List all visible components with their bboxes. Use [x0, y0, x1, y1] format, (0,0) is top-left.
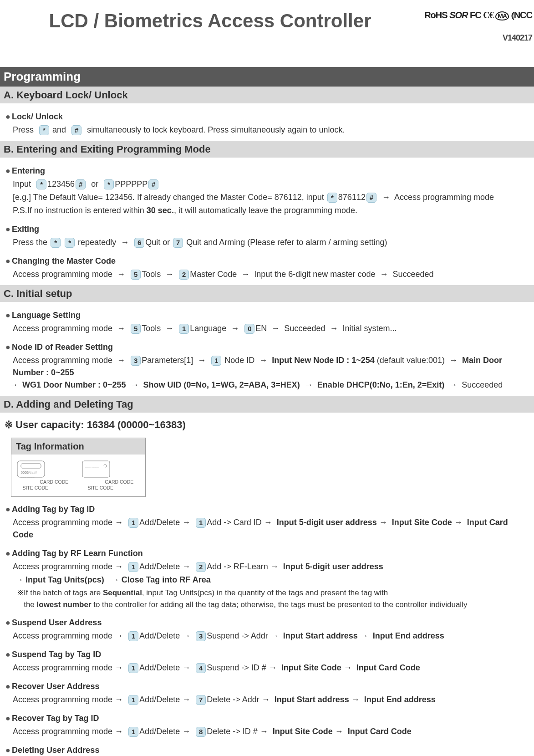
- svg-text:⎯⎯⎯ ⎯⎯⎯⎯: ⎯⎯⎯ ⎯⎯⎯⎯: [21, 475, 35, 478]
- key-7: 7: [196, 695, 206, 705]
- section-a: A. Keyboard Lock/ Unlock: [0, 87, 534, 103]
- key-1: 1: [128, 695, 138, 705]
- d-suspend-id-line: Access programming mode→ 1Add/Delete→ 4S…: [13, 662, 529, 674]
- key-star: *: [65, 238, 75, 248]
- key-0: 0: [244, 324, 254, 334]
- key-star: *: [327, 193, 337, 203]
- d-add-by-rf: Adding Tag by RF Learn Function: [12, 547, 143, 560]
- arrow-icon: →: [449, 380, 457, 389]
- d-add-by-rf-line2: →Input Tag Units(pcs) →Close Tag into RF…: [13, 574, 529, 586]
- arrow-icon: →: [10, 380, 18, 389]
- b-changing-line: Access programming mode → 5Tools → 2Mast…: [13, 268, 529, 281]
- key-6: 6: [134, 238, 144, 248]
- arrow-icon: →: [330, 324, 338, 333]
- section-programming: Programming: [0, 67, 534, 87]
- tag-card-left: 0000##### ⎯⎯⎯ ⎯⎯⎯⎯ CARD CODE SITE CODE: [15, 460, 77, 490]
- arrow-icon: →: [241, 270, 249, 279]
- d-deleting-addr: Deleting User Address: [12, 744, 99, 756]
- c-node-line1: Access programming mode → 3Parameters[1]…: [13, 354, 529, 379]
- arrow-icon: →: [131, 380, 139, 389]
- arrow-icon: →: [305, 380, 313, 389]
- d-suspend-id: Suspend Tag by Tag ID: [12, 649, 101, 661]
- bullet-icon: ●: [5, 341, 12, 353]
- key-7: 7: [173, 238, 183, 248]
- d-add-by-rf-line: Access programming mode→ 1Add/Delete→ 2A…: [13, 561, 529, 573]
- key-star: *: [104, 179, 114, 189]
- bullet-icon: ●: [5, 744, 12, 756]
- bullet-icon: ●: [5, 617, 12, 629]
- d-recover-id-line: Access programming mode→ 1Add/Delete→ 8D…: [13, 725, 529, 738]
- d-rf-note: ※If the batch of tags are Sequential, in…: [17, 587, 529, 610]
- b-changing: Changing the Master Code: [12, 255, 116, 267]
- key-1: 1: [128, 663, 138, 673]
- card-icon: ⎯⎯⎯ ⎯⎯⎯⎯: [81, 460, 113, 478]
- key-2: 2: [179, 270, 189, 280]
- c-lang: Language Setting: [12, 309, 81, 322]
- key-5: 5: [131, 324, 141, 334]
- arrow-icon: →: [121, 238, 129, 247]
- d-suspend-addr: Suspend User Address: [12, 617, 102, 629]
- key-4: 4: [196, 663, 206, 673]
- b-exiting: Exiting: [12, 223, 39, 235]
- arrow-icon: →: [198, 356, 206, 365]
- key-hash: #: [148, 179, 158, 189]
- bullet-icon: ●: [5, 712, 12, 725]
- svg-point-6: [104, 465, 107, 467]
- cert-logos: RoHS SOR FC C€ MA ⦅NCC V140217: [418, 6, 532, 44]
- key-1: 1: [128, 727, 138, 737]
- a-lock-line: Press * and # simultaneously to lock key…: [13, 124, 529, 136]
- section-d: D. Adding and Deleting Tag: [0, 396, 534, 413]
- c-node-line2: → WG1 Door Number : 0~255 → Show UID (0=…: [7, 379, 529, 391]
- arrow-icon: →: [271, 324, 280, 333]
- c-node: Node ID of Reader Setting: [12, 341, 113, 353]
- key-star: *: [51, 238, 61, 248]
- a-lock-title: Lock/ Unlock: [12, 111, 63, 123]
- bullet-icon: ●: [5, 255, 12, 267]
- b-entering-ps: P.S.If no instruction is entered within …: [13, 204, 529, 217]
- b-entering-eg: [e.g.] The Default Value= 123456. If alr…: [13, 191, 529, 204]
- arrow-icon: →: [259, 356, 267, 365]
- key-1: 1: [128, 562, 138, 572]
- bullet-icon: ●: [5, 111, 12, 123]
- key-1: 1: [128, 631, 138, 641]
- b-entering: Entering: [12, 165, 45, 177]
- d-add-by-id: Adding Tag by Tag ID: [12, 503, 95, 516]
- arrow-icon: →: [231, 324, 239, 333]
- arrow-icon: →: [380, 270, 388, 279]
- bullet-icon: ●: [5, 223, 12, 235]
- bullet-icon: ●: [5, 680, 12, 693]
- key-8: 8: [196, 727, 206, 737]
- key-3: 3: [131, 356, 141, 366]
- version-label: V140217: [418, 32, 532, 44]
- bullet-icon: ●: [5, 503, 12, 516]
- arrow-icon: →: [117, 270, 125, 279]
- svg-text:0000#####: 0000#####: [21, 471, 37, 474]
- bullet-icon: ●: [5, 547, 12, 560]
- arrow-icon: →: [117, 324, 125, 333]
- d-suspend-addr-line: Access programming mode→ 1Add/Delete→ 3S…: [13, 630, 529, 642]
- svg-text:⎯⎯⎯ ⎯⎯⎯⎯: ⎯⎯⎯ ⎯⎯⎯⎯: [85, 465, 99, 468]
- section-b: B. Entering and Exiting Programming Mode: [0, 141, 534, 158]
- key-star: *: [39, 125, 49, 135]
- card-icon: 0000##### ⎯⎯⎯ ⎯⎯⎯⎯: [16, 460, 48, 478]
- key-5: 5: [131, 270, 141, 280]
- tag-card-right: ⎯⎯⎯ ⎯⎯⎯⎯ CARD CODE SITE CODE: [80, 460, 142, 490]
- section-c: C. Initial setup: [0, 285, 534, 302]
- b-entering-line1: Input *123456# or *PPPPPP#: [13, 178, 529, 190]
- svg-rect-1: [21, 464, 41, 468]
- b-exiting-line: Press the * * repeatedly → 6Quit or 7 Qu…: [13, 236, 529, 249]
- key-hash: #: [71, 125, 81, 135]
- bullet-icon: ●: [5, 309, 12, 322]
- page-title: LCD / Biometrics Access Controller: [2, 6, 418, 35]
- tag-info-title: Tag Information: [11, 438, 145, 455]
- d-recover-addr: Recover User Address: [12, 680, 99, 693]
- arrow-icon: →: [165, 324, 173, 333]
- key-star: *: [36, 179, 46, 189]
- d-add-by-id-line: Access programming mode→ 1Add/Delete→ 1A…: [13, 516, 529, 541]
- key-1: 1: [196, 518, 206, 528]
- key-1: 1: [211, 356, 221, 366]
- key-2: 2: [196, 562, 206, 572]
- key-1: 1: [179, 324, 189, 334]
- tag-info-box: Tag Information 0000##### ⎯⎯⎯ ⎯⎯⎯⎯ CARD …: [11, 438, 146, 497]
- bullet-icon: ●: [5, 165, 12, 177]
